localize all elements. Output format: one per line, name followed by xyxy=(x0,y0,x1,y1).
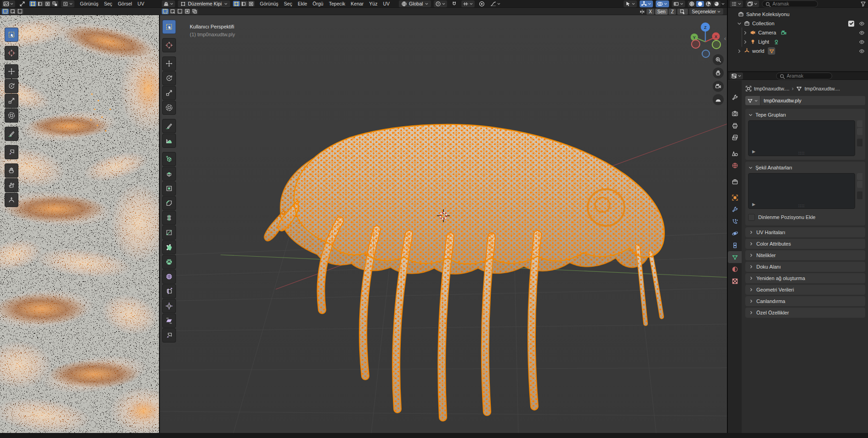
outliner-row-sahne-koleksiyonu[interactable]: Sahne Koleksiyonu xyxy=(728,10,868,19)
list-expand-icon[interactable]: ▶ xyxy=(752,202,755,207)
tool-transform[interactable] xyxy=(162,101,176,115)
menu-örgü[interactable]: Örgü xyxy=(310,0,326,7)
properties-tab-output[interactable] xyxy=(728,119,742,131)
shading-material-button[interactable] xyxy=(704,1,712,7)
vp-tool-mode-mode-subtract[interactable] xyxy=(176,9,183,14)
tool-smooth[interactable] xyxy=(162,270,176,284)
menu-uv[interactable]: UV xyxy=(135,0,147,7)
tool-move[interactable] xyxy=(162,56,176,71)
tool-pinch[interactable] xyxy=(5,193,18,207)
perspective-toggle-button[interactable] xyxy=(713,94,724,105)
panel-geometri-verileri[interactable]: Geometri Verileri xyxy=(745,285,865,295)
cam-data-badge[interactable] xyxy=(780,29,787,36)
tool-edge-slide[interactable] xyxy=(162,284,176,298)
tweak-fallback-button[interactable] xyxy=(677,9,688,15)
shape-keys-list[interactable]: ▶ :::: xyxy=(748,173,855,209)
pan-button[interactable] xyxy=(713,67,724,79)
hide-eye-toggle[interactable] xyxy=(859,39,866,45)
tool-rotate[interactable] xyxy=(5,79,18,93)
tool-spin[interactable] xyxy=(162,255,176,269)
sidebar-collapse-chevron[interactable]: ‹ xyxy=(724,35,726,42)
xray-toggle-button[interactable] xyxy=(672,0,685,7)
expander-right-icon[interactable] xyxy=(743,39,748,45)
tool-shrink-fatten[interactable] xyxy=(162,299,176,313)
breadcrumb-data[interactable]: tmp0naxudtw.... xyxy=(805,86,840,91)
shading-wireframe-button[interactable] xyxy=(688,1,696,7)
uv-sticky-select-button[interactable] xyxy=(61,0,74,7)
pivot-point-button[interactable] xyxy=(434,0,447,7)
list-resize-grip[interactable]: :::: xyxy=(798,203,805,208)
vp-tool-mode-mode-extend[interactable] xyxy=(169,9,176,14)
snap-toggle[interactable] xyxy=(450,0,459,7)
panel-özel-özellikler[interactable]: Özel Özellikler xyxy=(745,308,865,318)
shading-rendered-button[interactable] xyxy=(713,1,720,7)
properties-tab-object-data[interactable] xyxy=(728,251,742,263)
panel-uv-haritaları[interactable]: UV Haritaları xyxy=(745,227,865,237)
tool-scale[interactable] xyxy=(162,86,176,100)
list-expand-icon[interactable]: ▶ xyxy=(752,149,755,154)
outliner-row-collection[interactable]: Collection xyxy=(728,19,868,28)
light-data-badge[interactable] xyxy=(773,38,780,45)
properties-tab-collection[interactable] xyxy=(728,175,742,187)
properties-tab-physics[interactable] xyxy=(728,227,742,239)
menu-görünüş[interactable]: Görünüş xyxy=(77,0,101,7)
menu-görsel[interactable]: Görsel xyxy=(115,0,135,7)
properties-tab-object[interactable] xyxy=(728,191,742,203)
tool-relax[interactable] xyxy=(5,178,18,192)
panel-canlandırma[interactable]: Canlandırma xyxy=(745,296,865,306)
menu-uv[interactable]: UV xyxy=(380,0,392,7)
properties-tab-texture[interactable] xyxy=(728,275,742,287)
tool-measure[interactable] xyxy=(162,134,176,148)
outliner-filter-button[interactable] xyxy=(746,0,759,7)
funnel-filter-icon[interactable] xyxy=(860,1,866,7)
proportional-edit-toggle[interactable] xyxy=(477,0,486,7)
collection-checkbox[interactable] xyxy=(848,21,854,27)
tool-bevel[interactable] xyxy=(162,196,176,210)
uv-tool-mode-mode-subtract[interactable] xyxy=(17,9,23,14)
tool-poly-build[interactable] xyxy=(162,240,176,254)
properties-editor-type-button[interactable] xyxy=(730,73,743,79)
viewport-editor-type-button[interactable] xyxy=(162,0,175,7)
snap-settings-button[interactable] xyxy=(461,0,475,7)
list-side-buttons[interactable] xyxy=(857,173,862,209)
vertex-groups-list[interactable]: ▶ :::: xyxy=(748,120,855,156)
mesh-select-mode-uv-vertex[interactable] xyxy=(233,1,240,6)
viewport-canvas[interactable]: Kullanıcı Perspektifi (1) tmp0naxudtw.pl… xyxy=(160,15,727,433)
properties-tab-tool[interactable] xyxy=(728,91,742,103)
properties-search-input[interactable] xyxy=(786,73,829,79)
hide-eye-toggle[interactable] xyxy=(859,30,866,36)
tool-cursor-tool[interactable] xyxy=(5,46,18,60)
expander-right-icon[interactable] xyxy=(737,48,742,54)
tool-options-dropdown[interactable]: Seçenekler xyxy=(689,8,723,15)
shading-solid-button[interactable] xyxy=(696,1,704,7)
menu-yüz[interactable]: Yüz xyxy=(366,0,380,7)
uv-select-mode-uv-face[interactable] xyxy=(44,1,51,6)
expander-right-icon[interactable] xyxy=(743,30,748,36)
outliner-search-input[interactable] xyxy=(772,0,815,7)
outliner-search[interactable] xyxy=(762,0,818,7)
uv-sync-toggle[interactable] xyxy=(18,0,27,7)
tool-rip-region[interactable] xyxy=(162,328,176,343)
panel-doku-alanı[interactable]: Doku Alanı xyxy=(745,262,865,272)
proportional-falloff-button[interactable] xyxy=(489,0,502,7)
panel-header-vertex-groups[interactable]: Tepe Grupları xyxy=(748,111,862,119)
tool-extrude-region[interactable] xyxy=(162,167,176,181)
outliner-row-camera[interactable]: Camera xyxy=(728,28,868,37)
hide-eye-toggle[interactable] xyxy=(859,48,866,54)
tool-rip-region[interactable] xyxy=(5,145,18,159)
mirror-axis-x[interactable]: X xyxy=(647,9,654,15)
mirror-axis-sen[interactable]: Sen xyxy=(655,9,668,15)
menu-tepecik[interactable]: Tepecik xyxy=(326,0,348,7)
menu-görünüş[interactable]: Görünüş xyxy=(257,0,281,7)
tool-knife[interactable] xyxy=(162,225,176,240)
uv-editor-type-button[interactable] xyxy=(2,0,15,7)
transform-orientation-button[interactable]: Global xyxy=(399,0,431,7)
breadcrumb-object[interactable]: tmp0naxudtw.... xyxy=(754,86,789,91)
outliner-display-mode-button[interactable] xyxy=(730,0,743,7)
outliner-row-world[interactable]: world xyxy=(728,46,868,56)
tool-grab[interactable] xyxy=(5,163,18,178)
mode-selector[interactable]: Düzenleme Kipi xyxy=(178,0,230,7)
show-gizmo-button[interactable] xyxy=(640,0,653,7)
uv-canvas[interactable] xyxy=(0,15,159,433)
panel-header-shape-keys[interactable]: Şekil Anahtarları xyxy=(748,163,862,172)
